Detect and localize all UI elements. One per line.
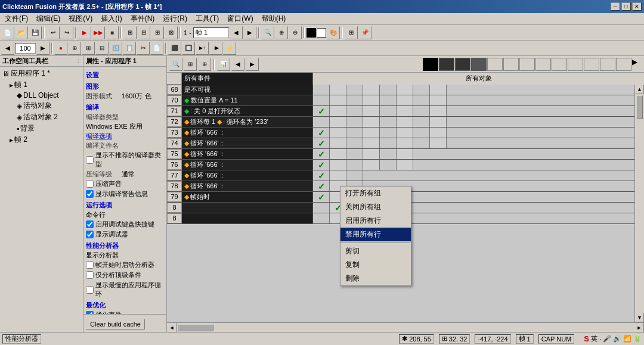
menu-edit[interactable]: 编辑(E) <box>33 13 64 25</box>
row-action-68-6[interactable] <box>397 85 413 95</box>
row-action-72-3[interactable] <box>346 117 363 127</box>
close-button[interactable]: ✕ <box>632 2 642 11</box>
row-action-71-3[interactable] <box>346 106 363 116</box>
check-78-1[interactable]: ✓ <box>313 181 330 191</box>
row-action-72-2[interactable] <box>330 117 346 127</box>
row-action-76-5[interactable] <box>380 160 397 170</box>
row-action-b2-1[interactable] <box>313 213 330 223</box>
obj-icon-5[interactable] <box>487 58 503 71</box>
obj-icon-13[interactable] <box>616 58 631 71</box>
ctx-open-all-groups[interactable]: 打开所有组 <box>340 187 411 200</box>
zoom-btn3[interactable]: ⊖ <box>289 26 302 39</box>
check-74-1[interactable]: ✓ <box>313 138 330 148</box>
row-action-73-5[interactable] <box>380 128 397 138</box>
scroll-right[interactable]: ▶ <box>632 58 642 71</box>
ev-btn12[interactable]: ↓▶ <box>209 42 222 55</box>
obj-icon-12[interactable] <box>600 58 615 71</box>
ev-btn4[interactable]: ⊟ <box>95 42 109 55</box>
row-action-73-6[interactable] <box>397 128 413 138</box>
row-action-74-5[interactable] <box>380 138 397 148</box>
row-action-74-4[interactable] <box>363 138 380 148</box>
row-action-70-2[interactable] <box>330 95 346 105</box>
row-action-71-7[interactable] <box>413 106 430 116</box>
row-cond-75[interactable]: ◆ 循环 '666'： <box>182 149 313 159</box>
row-action-72-6[interactable] <box>397 117 413 127</box>
ev-btn10[interactable]: 🔲 <box>182 42 195 55</box>
next-frame-btn[interactable]: ▶ <box>243 26 256 39</box>
open-button[interactable]: 📂 <box>15 26 28 39</box>
row-action-73-7[interactable] <box>413 128 430 138</box>
row-cond-77[interactable]: ◆ 循环 '666'： <box>182 170 313 181</box>
show-debugger-checkbox[interactable] <box>86 231 94 238</box>
ev-btn1[interactable]: ● <box>54 42 67 55</box>
row-action-70-5[interactable] <box>380 95 397 105</box>
row-action-70-1[interactable] <box>313 95 330 105</box>
show-type-checkbox[interactable] <box>86 156 94 164</box>
black-square[interactable] <box>306 28 316 38</box>
obj-icon-1[interactable] <box>423 58 438 71</box>
row-action-75-2[interactable] <box>330 149 346 159</box>
row-action-68-5[interactable] <box>380 85 397 95</box>
menu-window[interactable]: 窗口(W) <box>224 13 256 25</box>
ev-btn8[interactable]: 📄 <box>150 42 163 55</box>
row-action-74-2[interactable] <box>330 138 346 148</box>
vertical-scrollbar[interactable]: ▲ ▼ <box>634 85 644 322</box>
event-grid[interactable]: 68 是不可视 70 ◆ 数值置量 A = 11 <box>167 85 644 322</box>
row-action-71-5[interactable] <box>380 106 397 116</box>
check-79-1[interactable]: ✓ <box>313 192 330 202</box>
row-cond-76[interactable]: ◆ 循环 '666'： <box>182 160 313 170</box>
color-btn[interactable]: 🎨 <box>327 26 340 39</box>
row-action-68-2[interactable] <box>330 85 346 95</box>
ev-hdr-btn1[interactable]: 🔍 <box>169 58 182 71</box>
hscroll-thumb[interactable] <box>178 324 213 331</box>
row-cond-74[interactable]: ◆ 循环 '666'： <box>182 138 313 148</box>
menu-file[interactable]: 文件(F) <box>1 13 32 25</box>
row-action-68-8[interactable] <box>430 85 447 95</box>
redo-button[interactable]: ↪ <box>60 26 73 39</box>
row-action-71-6[interactable] <box>397 106 413 116</box>
check-76-1[interactable]: ✓ <box>313 160 330 170</box>
use-debug-checkbox[interactable] <box>86 220 94 228</box>
hscroll-right[interactable]: ► <box>634 323 644 332</box>
row-action-73-2[interactable] <box>330 128 346 138</box>
tree-item-bg[interactable]: ▪ 背景 <box>1 123 82 134</box>
layout-btn4[interactable]: ⊠ <box>165 26 178 39</box>
undo-button[interactable]: ↩ <box>47 26 60 39</box>
row-cond-71[interactable]: ◆ : 关 0 是打开状态 <box>182 106 313 116</box>
row-action-70-8[interactable] <box>430 95 447 105</box>
row-cond-b1[interactable] <box>182 203 313 213</box>
row-action-75-3[interactable] <box>346 149 363 159</box>
menu-events[interactable]: 事件(N) <box>127 13 159 25</box>
tree-item-active1[interactable]: ◈ 活动对象 <box>1 100 82 111</box>
row-action-74-7[interactable] <box>413 138 430 148</box>
row-action-76-4[interactable] <box>363 160 380 170</box>
ctx-cut[interactable]: 剪切 <box>340 244 411 258</box>
menu-insert[interactable]: 插入(I) <box>97 13 125 25</box>
row-cond-79[interactable]: ◆ 帧始时 <box>182 192 313 202</box>
menu-help[interactable]: 帮助(H) <box>258 13 290 25</box>
row-action-70-6[interactable] <box>397 95 413 105</box>
row-action-70-4[interactable] <box>363 95 380 105</box>
row-action-75-5[interactable] <box>380 149 397 159</box>
row-action-70-7[interactable] <box>413 95 430 105</box>
obj-icon-11[interactable] <box>584 58 599 71</box>
row-action-72-7[interactable] <box>413 117 430 127</box>
zoom-input-right[interactable]: ▶ <box>36 42 49 55</box>
row-action-72-5[interactable] <box>380 117 397 127</box>
horizontal-scrollbar[interactable]: ◄ ► <box>167 322 644 332</box>
menu-tools[interactable]: 工具(T) <box>192 13 222 25</box>
row-action-75-6[interactable] <box>397 149 413 159</box>
clear-cache-button[interactable]: Clear build cache <box>86 319 145 330</box>
scroll-down[interactable]: ▼ <box>635 313 644 322</box>
layout-btn3[interactable]: ⊞ <box>151 26 164 39</box>
ev-hdr-btn2[interactable]: ⊞ <box>184 58 197 71</box>
white-square[interactable] <box>317 28 326 38</box>
zoom-btn1[interactable]: 🔍 <box>261 26 274 39</box>
obj-icon-2[interactable] <box>439 58 454 71</box>
ev-hdr-btn6[interactable]: ▶ <box>246 58 259 71</box>
check-71-1[interactable]: ✓ <box>313 106 330 116</box>
row-action-71-8[interactable] <box>430 106 447 116</box>
new-button[interactable]: 📄 <box>1 26 14 39</box>
workspace-grip[interactable]: ⋮ <box>76 58 80 64</box>
check-77-1[interactable]: ✓ <box>313 170 330 181</box>
